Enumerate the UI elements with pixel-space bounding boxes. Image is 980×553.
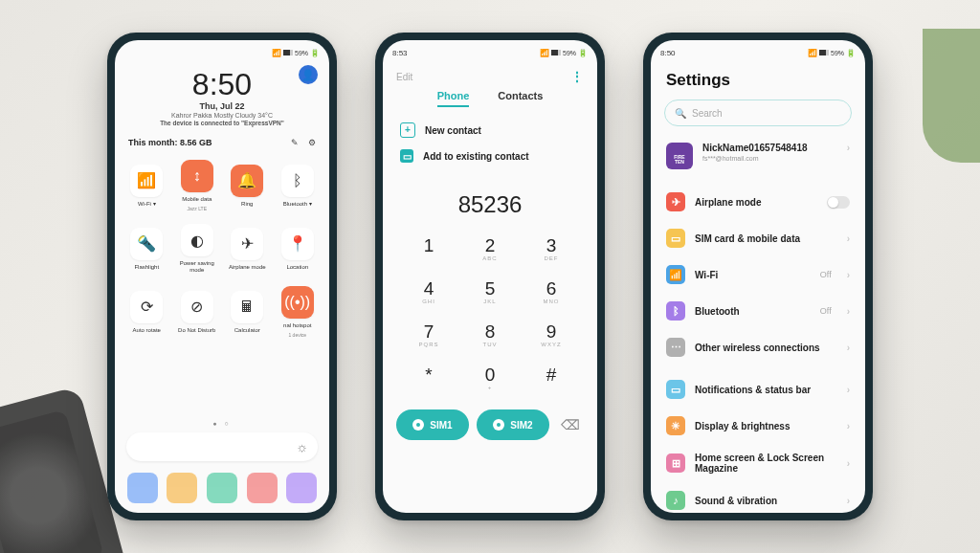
- wifi-icon: 📶: [130, 165, 163, 197]
- dialer-tabs: Phone Contacts: [383, 86, 597, 113]
- page-indicator: ● ○: [115, 420, 329, 427]
- tile-label: Do Not Disturb: [178, 327, 215, 334]
- toggle[interactable]: [827, 196, 850, 209]
- qs-tile-bt[interactable]: ᛒBluetooth ▾: [274, 155, 323, 216]
- tab-phone[interactable]: Phone: [437, 90, 470, 107]
- settings-label: Sound & vibration: [695, 496, 832, 506]
- key-#[interactable]: #: [521, 357, 582, 400]
- more-icon[interactable]: ⋮: [570, 69, 584, 84]
- qs-tile-dnd[interactable]: ⊘Do Not Disturb: [173, 281, 222, 343]
- data-icon: ↕: [181, 160, 213, 192]
- chevron-icon: ›: [847, 306, 850, 317]
- profile-icon: FIRETEN: [666, 143, 693, 169]
- settings-icon[interactable]: ⚙: [308, 138, 316, 147]
- profile-name: NickName01657548418: [702, 143, 832, 153]
- key-3[interactable]: 3DEF: [521, 228, 582, 271]
- new-contact-button[interactable]: + New contact: [400, 117, 580, 144]
- dnd-icon: ⊘: [181, 291, 213, 323]
- new-contact-label: New contact: [425, 125, 481, 136]
- sim1-call-button[interactable]: SIM1: [396, 409, 469, 440]
- brightness-icon[interactable]: ☼: [296, 439, 308, 454]
- tile-label: Calculator: [234, 327, 260, 334]
- qs-tile-rotate[interactable]: ⟳Auto rotate: [122, 281, 171, 343]
- search-input[interactable]: 🔍 Search: [664, 100, 852, 126]
- chevron-icon: ›: [847, 458, 850, 469]
- key-2[interactable]: 2ABC: [459, 228, 521, 271]
- settings-title: Settings: [651, 61, 865, 96]
- settings-item-notif[interactable]: ▭Notifications & status bar›: [664, 371, 852, 408]
- key-0[interactable]: 0+: [459, 357, 521, 400]
- tile-label: Power saving mode: [175, 260, 219, 273]
- add-existing-button[interactable]: ▭ Add to existing contact: [400, 144, 580, 168]
- edit-button[interactable]: Edit: [396, 72, 412, 82]
- loc-icon: 📍: [281, 228, 314, 260]
- qs-tile-power[interactable]: ◐Power saving mode: [173, 218, 222, 279]
- ring-icon: 🔔: [231, 165, 263, 197]
- power-icon: ◐: [181, 224, 213, 256]
- settings-item-disp[interactable]: ☀Display & brightness›: [664, 408, 852, 444]
- qs-tile-ring[interactable]: 🔔Ring: [223, 155, 272, 216]
- sim2-call-button[interactable]: SIM2: [477, 409, 549, 440]
- dock-app-4[interactable]: [247, 473, 278, 503]
- rotate-icon: ⟳: [130, 291, 163, 323]
- profile-avatar[interactable]: 👤: [299, 65, 318, 84]
- settings-item-sound[interactable]: ♪Sound & vibration›: [664, 482, 852, 513]
- settings-list: FIRETEN NickName01657548418 fs***@hotmai…: [651, 134, 865, 513]
- key-4[interactable]: 4GHI: [398, 271, 459, 314]
- profile-email: fs***@hotmail.com: [702, 155, 832, 162]
- edit-icon[interactable]: ✎: [291, 138, 299, 147]
- settings-item-home[interactable]: ⊞Home screen & Lock Screen Magazine›: [664, 444, 852, 482]
- settings-item-air[interactable]: ✈Airplane mode: [664, 184, 852, 220]
- qs-tile-hotspot[interactable]: ((•))nal hotspot1 device: [274, 281, 323, 343]
- dialed-number: 85236: [383, 172, 597, 228]
- key-7[interactable]: 7PQRS: [398, 314, 459, 357]
- disp-icon: ☀: [666, 416, 685, 435]
- hotspot-icon: ((•)): [281, 286, 314, 319]
- settings-item-bt[interactable]: ᛒBluetoothOff›: [664, 293, 852, 329]
- notif-icon: ▭: [666, 380, 685, 399]
- qs-tile-calc[interactable]: 🖩Calculator: [223, 281, 272, 343]
- key-*[interactable]: *: [398, 357, 459, 400]
- qs-tile-wifi[interactable]: 📶Wi-Fi ▾: [122, 155, 171, 216]
- clock-date: Thu, Jul 22: [115, 101, 329, 111]
- data-usage: This month: 8.56 GB: [128, 138, 212, 147]
- keypad: 12ABC3DEF4GHI5JKL6MNO7PQRS8TUV9WXYZ*0+#: [383, 228, 597, 400]
- key-6[interactable]: 6MNO: [521, 271, 582, 314]
- key-5[interactable]: 5JKL: [459, 271, 521, 314]
- chevron-icon: ›: [847, 385, 850, 395]
- dock-app-1[interactable]: [127, 473, 158, 503]
- settings-label: Bluetooth: [695, 306, 811, 317]
- tab-contacts[interactable]: Contacts: [498, 90, 543, 107]
- sound-icon: ♪: [666, 491, 685, 510]
- key-9[interactable]: 9WXYZ: [521, 314, 582, 357]
- profile-row[interactable]: FIRETEN NickName01657548418 fs***@hotmai…: [664, 134, 852, 178]
- key-8[interactable]: 8TUV: [459, 314, 521, 357]
- clock-time: 8:50: [115, 69, 329, 100]
- settings-item-wifi[interactable]: 📶Wi-FiOff›: [664, 256, 852, 293]
- settings-label: Home screen & Lock Screen Magazine: [695, 453, 832, 474]
- qs-tile-plane[interactable]: ✈Airplane mode: [223, 218, 272, 279]
- dock: [115, 467, 329, 513]
- search-bar[interactable]: ☼: [126, 432, 318, 461]
- phone-mockup-row: 📶59%🔋 👤 8:50 Thu, Jul 22 Kahror Pakka Mo…: [0, 0, 980, 553]
- phone-dialer: 8:53 📶59%🔋 Edit ⋮ Phone Contacts + New c…: [375, 33, 605, 520]
- qs-tile-flash[interactable]: 🔦Flashlight: [122, 218, 171, 279]
- dock-app-3[interactable]: [207, 473, 237, 503]
- home-icon: ⊞: [666, 453, 685, 473]
- dock-app-5[interactable]: [286, 473, 317, 503]
- quick-settings-grid: 📶Wi-Fi ▾↕Mobile dataJazz LTE🔔RingᛒBlueto…: [115, 155, 329, 420]
- key-1[interactable]: 1: [398, 228, 459, 271]
- qs-tile-data[interactable]: ↕Mobile dataJazz LTE: [173, 155, 222, 216]
- dock-app-2[interactable]: [167, 473, 197, 503]
- chevron-icon: ›: [847, 496, 850, 506]
- backspace-icon[interactable]: ⌫: [557, 417, 584, 432]
- settings-item-other[interactable]: ⋯Other wireless connections›: [664, 329, 852, 365]
- tile-label: Wi-Fi ▾: [138, 201, 156, 208]
- settings-item-sim[interactable]: ▭SIM card & mobile data›: [664, 220, 852, 256]
- phone-settings: 8:50 📶59%🔋 Settings 🔍 Search FIRETEN Nic…: [643, 33, 873, 520]
- settings-label: SIM card & mobile data: [695, 233, 832, 244]
- qs-tile-loc[interactable]: 📍Location: [274, 218, 323, 279]
- air-icon: ✈: [666, 192, 685, 211]
- status-bar: 8:50 📶59%🔋: [651, 40, 865, 61]
- phone-quick-settings: 📶59%🔋 👤 8:50 Thu, Jul 22 Kahror Pakka Mo…: [107, 33, 337, 520]
